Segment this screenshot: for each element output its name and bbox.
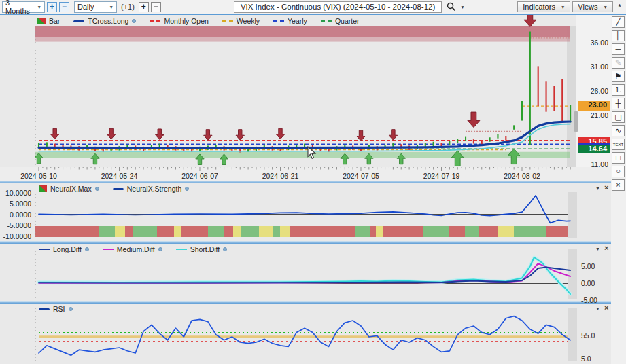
neuralx-max-segment-red (157, 226, 174, 237)
neuralx-max-segment-yellow (259, 226, 273, 237)
neuralx-max-swatch-icon (39, 185, 47, 192)
rsi-swatch-icon (39, 308, 50, 310)
legend-item-monthly-open[interactable]: Monthly Open (150, 17, 208, 25)
neuralx-max-segment-red (224, 226, 232, 237)
neuralx-max-segment-red (125, 226, 133, 237)
info-dot-icon[interactable] (69, 307, 73, 311)
range-select[interactable]: 3 Months ▼ (2, 1, 45, 13)
chevron-down-icon: ▼ (561, 5, 565, 10)
price-scale-label: 11.00 (578, 160, 608, 168)
medium-diff-swatch-icon (103, 249, 114, 250)
panel-close-button[interactable]: × (604, 304, 608, 311)
remove-bar-button[interactable]: − (151, 2, 161, 12)
neuralx-max-segment-red (290, 226, 355, 237)
neuralx-max-segment-yellow (498, 226, 514, 237)
info-dot-icon[interactable] (185, 187, 189, 191)
trend-line-tool[interactable]: ╱ (612, 16, 625, 28)
legend-item-tcross-long[interactable]: TCross.Long (73, 17, 136, 25)
legend-item-short-diff[interactable]: Short.Diff (176, 245, 228, 253)
neuralx-strength-swatch-icon (113, 188, 124, 190)
neuralx-axis-label: -10.0000 (1, 232, 31, 240)
info-dot-icon[interactable] (95, 187, 99, 191)
legend-label: Yearly (288, 17, 307, 25)
time-axis-label: 2024-05-24 (101, 172, 138, 180)
chevron-down-icon[interactable]: ▼ (460, 5, 464, 10)
neuralx-max-segment-green (273, 226, 281, 237)
symbol-title-box[interactable]: VIX Index - Continuous (VIX) (2024-05-10… (234, 1, 442, 13)
legend-item-long-diff[interactable]: Long.Diff (39, 245, 89, 253)
rsi-plot-area[interactable] (35, 305, 570, 362)
app-window: 3 Months ▼ + − Daily ▼ (+1) + − VIX Inde… (0, 0, 626, 364)
legend-item-medium-diff[interactable]: Medium.Diff (103, 245, 162, 253)
period-offset-label: (+1) (121, 3, 135, 11)
ellipse-tool[interactable]: ○ (612, 166, 625, 177)
legend-item-rsi[interactable]: RSI (39, 305, 73, 313)
neuralx-max-segment-yellow (376, 226, 383, 237)
period-select[interactable]: Daily ▼ (74, 1, 117, 13)
favorite-icon[interactable]: * (618, 2, 621, 12)
neuralx-max-segment-green (355, 226, 370, 237)
tcross-long-swatch-icon (73, 20, 84, 22)
legend-item-neuralx-max[interactable]: NeuralX.Max (39, 185, 99, 193)
crosshair-tool[interactable]: ┼ (612, 98, 625, 109)
legend-label: RSI (53, 305, 65, 313)
price-badge: 23.00 (578, 101, 610, 111)
panel-separator[interactable] (0, 181, 611, 183)
time-axis-label: 2024-08-02 (504, 172, 540, 180)
neuralx-max-segment-red (479, 226, 498, 237)
legend-label: Long.Diff (53, 245, 82, 253)
panel-collapse-button[interactable]: ▼ (595, 306, 600, 312)
horizontal-line-tool[interactable]: ─ (612, 43, 625, 55)
time-axis-label: 2024-07-05 (343, 172, 379, 180)
pencil-tool[interactable]: ✎ (612, 57, 625, 69)
wave-tool[interactable]: ∿ (612, 125, 625, 136)
legend-label: Bar (49, 17, 60, 25)
flag-tool[interactable]: ⚑ (612, 71, 625, 82)
panel-close-button[interactable]: × (604, 184, 608, 191)
neuralx-legend: NeuralX.MaxNeuralX.Strength (39, 185, 189, 193)
views-button[interactable]: Views ▼ (572, 1, 613, 12)
vertical-line-tool[interactable]: │ (612, 30, 625, 41)
main-chart-plot-area[interactable] (35, 26, 570, 167)
diff-plot-area[interactable] (35, 245, 570, 299)
bar-swatch-icon (37, 18, 46, 24)
add-bar-button[interactable]: + (139, 2, 149, 12)
price-badge: 14.64 (578, 145, 610, 153)
legend-item-bar[interactable]: Bar (37, 17, 60, 25)
zoom-in-button[interactable]: + (47, 2, 57, 12)
legend-label: Quarter (335, 17, 360, 25)
time-axis-label: 2024-05-10 (20, 172, 57, 180)
search-icon[interactable] (447, 2, 456, 12)
weekly-swatch-icon (222, 20, 233, 22)
info-dot-icon[interactable] (132, 19, 136, 23)
mouse-cursor (307, 146, 318, 160)
rectangle-tool[interactable]: □ (612, 152, 625, 164)
panel-separator[interactable] (0, 241, 611, 244)
price-scale-label: 36.00 (578, 39, 608, 47)
diff-axis-label: 5.00 (581, 262, 608, 270)
legend-item-yearly[interactable]: Yearly (273, 17, 307, 25)
chevron-down-icon: ▼ (604, 5, 608, 10)
panel-close-button[interactable]: × (604, 244, 608, 251)
price-scale-label: 21.00 (578, 111, 608, 120)
info-dot-icon[interactable] (85, 247, 89, 251)
text-tool[interactable]: TEXT (612, 139, 625, 150)
info-dot-icon[interactable] (223, 247, 227, 251)
legend-item-neuralx-strength[interactable]: NeuralX.Strength (113, 185, 190, 193)
scale-scrollbar-thumb[interactable] (574, 111, 578, 132)
chevron-down-icon: ▼ (37, 5, 41, 10)
panel-collapse-button[interactable]: ▼ (595, 185, 600, 192)
panel-collapse-button[interactable]: ▼ (595, 246, 600, 253)
info-dot-icon[interactable] (158, 247, 162, 251)
zoom-out-button[interactable]: − (59, 2, 69, 12)
legend-item-quarter[interactable]: Quarter (321, 17, 360, 25)
delete-tool[interactable]: × (612, 179, 625, 191)
neuralx-max-strip (35, 226, 568, 237)
indicators-button[interactable]: Indicators ▼ (517, 1, 570, 12)
legend-item-weekly[interactable]: Weekly (222, 17, 260, 25)
panel-separator[interactable] (0, 301, 611, 304)
callout-tool[interactable]: ▢ (612, 111, 625, 123)
angle-tool[interactable]: 1. (612, 84, 625, 96)
legend-label: Monthly Open (164, 17, 208, 25)
diff-legend: Long.DiffMedium.DiffShort.Diff (39, 245, 227, 253)
